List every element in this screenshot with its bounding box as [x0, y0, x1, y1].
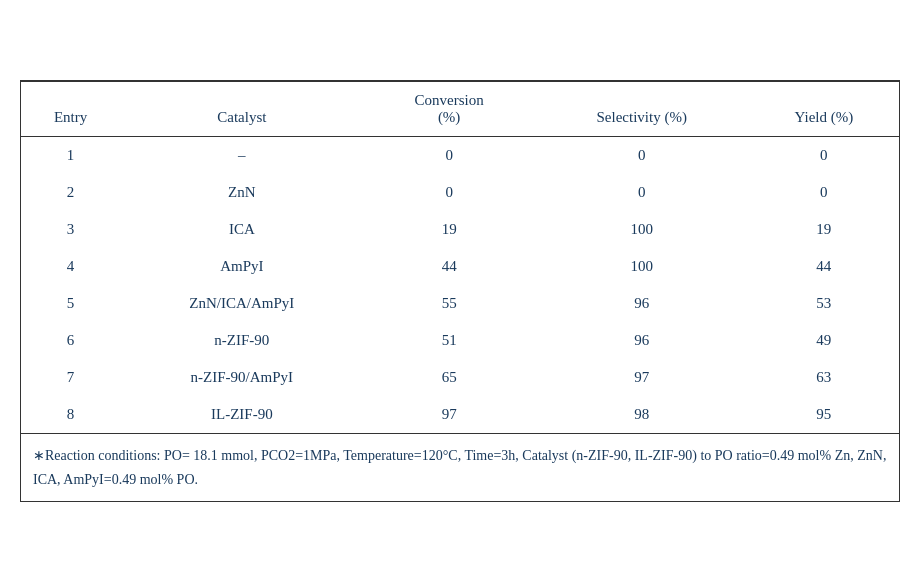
cell-yield: 53	[749, 285, 899, 322]
cell-catalyst: –	[120, 136, 363, 174]
cell-catalyst: n-ZIF-90/AmPyI	[120, 359, 363, 396]
cell-entry: 5	[21, 285, 120, 322]
cell-entry: 6	[21, 322, 120, 359]
cell-yield: 19	[749, 211, 899, 248]
cell-yield: 0	[749, 136, 899, 174]
cell-catalyst: ICA	[120, 211, 363, 248]
data-table: Entry Catalyst Conversion (%) Selectivit…	[21, 82, 899, 433]
cell-selectivity: 0	[535, 174, 749, 211]
table-row: 4AmPyI4410044	[21, 248, 899, 285]
cell-catalyst: AmPyI	[120, 248, 363, 285]
cell-selectivity: 96	[535, 285, 749, 322]
cell-selectivity: 98	[535, 396, 749, 433]
cell-conversion: 0	[364, 136, 535, 174]
header-yield: Yield (%)	[749, 82, 899, 137]
cell-entry: 4	[21, 248, 120, 285]
table-row: 7n-ZIF-90/AmPyI659763	[21, 359, 899, 396]
table-row: 6n-ZIF-90519649	[21, 322, 899, 359]
cell-conversion: 0	[364, 174, 535, 211]
cell-entry: 1	[21, 136, 120, 174]
main-table-container: Entry Catalyst Conversion (%) Selectivit…	[20, 80, 900, 503]
cell-selectivity: 0	[535, 136, 749, 174]
table-row: 3ICA1910019	[21, 211, 899, 248]
table-row: 8IL-ZIF-90979895	[21, 396, 899, 433]
cell-selectivity: 96	[535, 322, 749, 359]
cell-selectivity: 97	[535, 359, 749, 396]
table-row: 1–000	[21, 136, 899, 174]
cell-yield: 49	[749, 322, 899, 359]
table-body: 1–0002ZnN0003ICA19100194AmPyI44100445ZnN…	[21, 136, 899, 433]
cell-selectivity: 100	[535, 248, 749, 285]
table-footer: ∗Reaction conditions: PO= 18.1 mmol, PCO…	[21, 433, 899, 502]
cell-entry: 7	[21, 359, 120, 396]
header-selectivity: Selectivity (%)	[535, 82, 749, 137]
header-catalyst: Catalyst	[120, 82, 363, 137]
table-row: 2ZnN000	[21, 174, 899, 211]
cell-yield: 63	[749, 359, 899, 396]
table-header-row: Entry Catalyst Conversion (%) Selectivit…	[21, 82, 899, 137]
cell-yield: 95	[749, 396, 899, 433]
cell-catalyst: IL-ZIF-90	[120, 396, 363, 433]
header-conversion: Conversion (%)	[364, 82, 535, 137]
cell-conversion: 51	[364, 322, 535, 359]
header-entry: Entry	[21, 82, 120, 137]
cell-entry: 3	[21, 211, 120, 248]
cell-conversion: 44	[364, 248, 535, 285]
cell-conversion: 97	[364, 396, 535, 433]
cell-yield: 0	[749, 174, 899, 211]
cell-entry: 8	[21, 396, 120, 433]
cell-selectivity: 100	[535, 211, 749, 248]
cell-conversion: 65	[364, 359, 535, 396]
cell-catalyst: n-ZIF-90	[120, 322, 363, 359]
cell-yield: 44	[749, 248, 899, 285]
table-row: 5ZnN/ICA/AmPyI559653	[21, 285, 899, 322]
cell-entry: 2	[21, 174, 120, 211]
cell-catalyst: ZnN/ICA/AmPyI	[120, 285, 363, 322]
cell-catalyst: ZnN	[120, 174, 363, 211]
cell-conversion: 55	[364, 285, 535, 322]
cell-conversion: 19	[364, 211, 535, 248]
